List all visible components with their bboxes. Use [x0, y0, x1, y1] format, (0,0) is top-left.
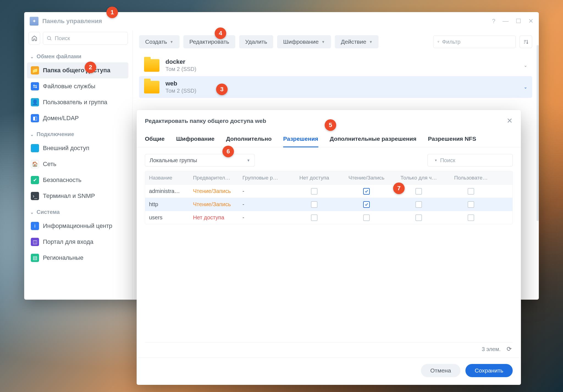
- sidebar-item-regional[interactable]: ▤ Региональные: [27, 250, 128, 266]
- col-ro: Только для ч…: [393, 175, 445, 181]
- callout-5: 5: [325, 119, 336, 131]
- tab-general[interactable]: Общие: [145, 133, 165, 147]
- svg-point-0: [47, 36, 51, 40]
- funnel-icon: [437, 39, 439, 45]
- info-icon: i: [31, 222, 39, 230]
- chk-ro[interactable]: [415, 188, 422, 195]
- chevron-down-icon[interactable]: ⌄: [524, 84, 527, 90]
- sidebar-item-label: Файловые службы: [43, 82, 95, 90]
- permissions-search[interactable]: ▼: [427, 154, 513, 167]
- sidebar-item-label: Внешний доступ: [43, 144, 89, 152]
- sidebar-item-label: Папка общего доступа: [43, 67, 110, 74]
- perm-row-users[interactable]: users Нет доступа -: [145, 211, 512, 224]
- sidebar-item-label: Терминал и SNMP: [43, 192, 95, 200]
- help-icon[interactable]: ?: [492, 18, 495, 25]
- sidebar-item-label: Портал для входа: [43, 238, 93, 246]
- sidebar-search[interactable]: [43, 32, 128, 45]
- chevron-up-icon: ⌃: [30, 209, 34, 215]
- col-name: Название: [145, 175, 189, 181]
- tab-adv-permissions[interactable]: Дополнительные разрешения: [330, 133, 416, 147]
- edit-shared-folder-dialog: Редактировать папку общего доступа web ✕…: [137, 110, 521, 385]
- permissions-table: Название Предварител… Групповые р… Нет д…: [145, 171, 513, 224]
- save-button[interactable]: Сохранить: [465, 364, 513, 377]
- folder-list: docker Том 2 (SSD) ⌄ web Том 2 (SSD) ⌄: [133, 52, 539, 100]
- sidebar-item-shared-folder[interactable]: 📁 Папка общего доступа: [27, 62, 128, 78]
- chk-ro[interactable]: [415, 201, 422, 208]
- cell-name: http: [145, 201, 189, 208]
- delete-button[interactable]: Удалить: [239, 35, 273, 48]
- folder-row-docker[interactable]: docker Том 2 (SSD) ⌄: [139, 54, 532, 76]
- chevron-up-icon: ⌃: [30, 54, 34, 59]
- chevron-up-icon: ⌃: [30, 132, 34, 137]
- tab-permissions[interactable]: Разрешения: [283, 133, 318, 147]
- perm-row-administrators[interactable]: administra… Чтение/Запись -: [145, 184, 512, 198]
- folder-icon: 📁: [31, 66, 39, 74]
- action-button[interactable]: Действие▼: [335, 35, 379, 48]
- section-file-sharing[interactable]: ⌃ Обмен файлами: [27, 48, 128, 62]
- folder-icon: [144, 59, 159, 72]
- create-button[interactable]: Создать▼: [139, 35, 180, 48]
- section-system[interactable]: ⌃ Система: [27, 204, 128, 218]
- chk-no-access[interactable]: [311, 214, 318, 221]
- chk-custom[interactable]: [468, 214, 474, 221]
- chk-rw[interactable]: [363, 214, 370, 221]
- sidebar-search-input[interactable]: [55, 35, 124, 42]
- tab-encryption[interactable]: Шифрование: [176, 133, 215, 147]
- home-button[interactable]: [29, 32, 40, 45]
- chevron-down-icon[interactable]: ⌄: [524, 63, 527, 68]
- filter-input[interactable]: [442, 39, 512, 45]
- caret-down-icon: ▼: [369, 40, 372, 44]
- sidebar-item-security[interactable]: ✔ Безопасность: [27, 172, 128, 188]
- chk-rw[interactable]: [363, 201, 370, 208]
- cancel-button[interactable]: Отмена: [421, 364, 460, 377]
- sidebar-item-label: Информационный центр: [43, 222, 112, 230]
- sort-button[interactable]: [520, 35, 532, 48]
- cell-group-perm: -: [239, 188, 288, 194]
- sidebar-item-label: Региональные: [43, 254, 83, 262]
- sidebar-item-external-access[interactable]: 🌐 Внешний доступ: [27, 140, 128, 156]
- folder-row-web[interactable]: web Том 2 (SSD) ⌄: [139, 76, 532, 98]
- chk-no-access[interactable]: [311, 188, 318, 195]
- chk-rw[interactable]: [363, 188, 370, 195]
- sidebar-item-user-group[interactable]: 👤 Пользователь и группа: [27, 94, 128, 110]
- regional-icon: ▤: [31, 254, 39, 262]
- terminal-icon: ›_: [31, 192, 39, 200]
- col-preview: Предварител…: [189, 175, 239, 181]
- maximize-icon[interactable]: ☐: [516, 18, 521, 25]
- chk-ro[interactable]: [415, 214, 422, 221]
- col-rw: Чтение/Запись: [340, 175, 393, 181]
- group-select[interactable]: Локальные группы ▼: [145, 154, 255, 167]
- chk-custom[interactable]: [468, 201, 474, 208]
- encryption-button[interactable]: Шифрование▼: [277, 35, 331, 48]
- tab-advanced[interactable]: Дополнительно: [226, 133, 272, 147]
- callout-7: 7: [393, 183, 405, 194]
- sidebar-item-network[interactable]: 🏠 Сеть: [27, 156, 128, 172]
- permissions-search-input[interactable]: [440, 157, 510, 164]
- cell-preview: Нет доступа: [189, 214, 239, 221]
- sidebar-item-domain-ldap[interactable]: ◧ Домен/LDAP: [27, 110, 128, 126]
- dialog-close-button[interactable]: ✕: [507, 117, 513, 125]
- sort-icon: [523, 39, 529, 45]
- titlebar: ✦ Панель управления ? — ☐ ✕: [24, 12, 539, 30]
- sidebar-item-portal[interactable]: ◫ Портал для входа: [27, 234, 128, 250]
- close-icon[interactable]: ✕: [528, 18, 533, 25]
- sidebar-item-terminal-snmp[interactable]: ›_ Терминал и SNMP: [27, 188, 128, 204]
- app-icon: ✦: [30, 17, 38, 26]
- sidebar-item-info-center[interactable]: i Информационный центр: [27, 218, 128, 234]
- tab-nfs-permissions[interactable]: Разрешения NFS: [428, 133, 476, 147]
- chk-custom[interactable]: [468, 188, 474, 195]
- perm-row-http[interactable]: http Чтение/Запись -: [145, 198, 512, 211]
- minimize-icon[interactable]: —: [503, 18, 509, 25]
- window-title: Панель управления: [42, 18, 488, 25]
- filter-box[interactable]: [433, 35, 516, 48]
- sidebar: ⌃ Обмен файлами 📁 Папка общего доступа ⇆…: [24, 30, 133, 300]
- cell-name: users: [145, 214, 189, 221]
- edit-button[interactable]: Редактировать: [183, 35, 235, 48]
- refresh-button[interactable]: ⟳: [507, 346, 512, 353]
- chk-no-access[interactable]: [311, 201, 318, 208]
- sidebar-item-label: Домен/LDAP: [43, 114, 79, 122]
- sidebar-item-file-services[interactable]: ⇆ Файловые службы: [27, 78, 128, 94]
- row-count: 3 элем.: [482, 346, 501, 352]
- caret-down-icon: ▼: [247, 158, 250, 162]
- section-connection[interactable]: ⌃ Подключение: [27, 126, 128, 140]
